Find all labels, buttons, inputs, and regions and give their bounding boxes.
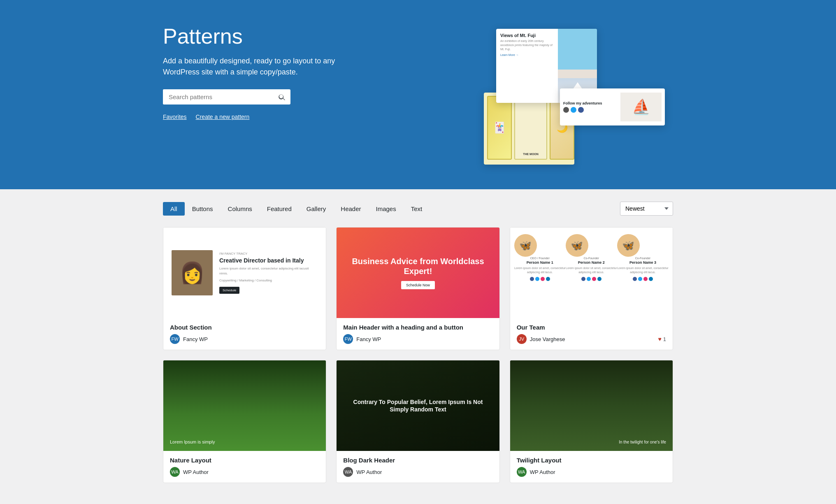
pattern-meta: WA WP Author (517, 467, 666, 477)
team-avatar-2: 🦋 (566, 234, 588, 257)
preview-blog-dark: Contrary To Popular Belief, Lorem Ipsum … (337, 360, 499, 451)
pattern-avatar: FW (343, 334, 353, 344)
pattern-avatar: WA (170, 467, 180, 477)
pattern-title: Nature Layout (170, 457, 319, 464)
page-title: Patterns (163, 25, 385, 48)
filter-tabs: All Buttons Columns Featured Gallery Hea… (163, 202, 430, 216)
social-ig (592, 277, 596, 281)
pattern-author: WP Author (183, 469, 209, 475)
pattern-author: Jose Varghese (530, 336, 565, 342)
main-content: All Buttons Columns Featured Gallery Hea… (146, 189, 690, 504)
social-ig (541, 277, 545, 281)
pattern-author: WP Author (530, 469, 555, 475)
social-tw (638, 277, 642, 281)
blog-dark-title: Contrary To Popular Belief, Lorem Ipsum … (345, 398, 491, 413)
pattern-avatar: WA (343, 467, 353, 477)
social-tw (587, 277, 591, 281)
preview-main-header: Business Advice from Worldclass Expert! … (337, 228, 499, 318)
social-li (649, 277, 653, 281)
pattern-likes: ♥ 1 (658, 336, 666, 342)
social-fb (530, 277, 534, 281)
preview-card-ship: Follow my adventures ⛵ (560, 88, 665, 125)
preview-mh-heading: Business Advice from Worldclass Expert! (345, 256, 491, 276)
pattern-author: Fancy WP (356, 336, 381, 342)
social-tw (535, 277, 539, 281)
heart-icon: ♥ (658, 336, 661, 342)
tab-columns[interactable]: Columns (221, 202, 260, 216)
social-li (546, 277, 550, 281)
tab-buttons[interactable]: Buttons (185, 202, 221, 216)
pattern-meta: JV Jose Varghese ♥ 1 (517, 334, 666, 344)
social-ig (643, 277, 648, 281)
team-avatar-1: 🦋 (514, 234, 537, 257)
likes-count: 1 (663, 336, 666, 342)
pattern-card-about-section[interactable]: 👩 I'M FANCY TRACY Creative Director base… (163, 227, 326, 350)
hero-links: Favorites Create a new pattern (163, 114, 385, 120)
pattern-card-our-team[interactable]: 🦋 CEO / Founder Person Name 1 Lorem ipsu… (510, 227, 673, 350)
tab-images[interactable]: Images (369, 202, 404, 216)
tab-header[interactable]: Header (333, 202, 368, 216)
hero-left: Patterns Add a beautifully designed, rea… (163, 25, 385, 120)
pattern-card-twilight[interactable]: In the twilight for one's life Twilight … (510, 360, 673, 483)
tab-text[interactable]: Text (404, 202, 430, 216)
preview-mh-btn: Schedule Now (401, 281, 435, 289)
twilight-text: In the twilight for one's life (619, 440, 666, 444)
pattern-title: Blog Dark Header (343, 457, 492, 464)
social-fb (581, 277, 585, 281)
hero-subtitle: Add a beautifully designed, ready to go … (163, 56, 348, 78)
pattern-info-forest: Nature Layout WA WP Author (163, 451, 326, 483)
pattern-meta: FW Fancy WP (170, 334, 319, 344)
favorites-link[interactable]: Favorites (163, 114, 187, 120)
pattern-card-forest[interactable]: Lorem Ipsum is simply Nature Layout WA W… (163, 360, 326, 483)
pattern-avatar: JV (517, 334, 527, 344)
pattern-meta: WA WP Author (170, 467, 319, 477)
forest-text: Lorem Ipsum is simply (170, 439, 215, 444)
social-li (597, 277, 601, 281)
team-avatar-3: 🦋 (617, 234, 640, 257)
team-member-2: 🦋 Co-Founder Person Name 2 Lorem ipsum d… (566, 234, 617, 281)
tab-featured[interactable]: Featured (260, 202, 299, 216)
create-pattern-link[interactable]: Create a new pattern (196, 114, 250, 120)
pattern-card-blog-dark[interactable]: Contrary To Popular Belief, Lorem Ipsum … (336, 360, 499, 483)
tab-all[interactable]: All (163, 202, 185, 216)
pattern-avatar: WA (517, 467, 527, 477)
pattern-info-main-header: Main Header with a heading and a button … (337, 318, 499, 350)
filter-bar: All Buttons Columns Featured Gallery Hea… (163, 202, 673, 216)
search-button[interactable] (273, 90, 290, 104)
team-member-3: 🦋 Co-Founder Person Name 3 Lorem ipsum d… (617, 234, 669, 281)
pattern-meta: WA WP Author (343, 467, 492, 477)
social-fb (633, 277, 637, 281)
pattern-avatar: FW (170, 334, 180, 344)
preview-about-section: 👩 I'M FANCY TRACY Creative Director base… (163, 228, 326, 318)
pattern-info-about: About Section FW Fancy WP (163, 318, 326, 350)
team-member-1: 🦋 CEO / Founder Person Name 1 Lorem ipsu… (514, 234, 566, 281)
pattern-info-blog-dark: Blog Dark Header WA WP Author (337, 451, 499, 483)
tab-gallery[interactable]: Gallery (299, 202, 334, 216)
pattern-info-twilight: Twilight Layout WA WP Author (510, 451, 673, 483)
pattern-author: Fancy WP (183, 336, 208, 342)
hero-section: Patterns Add a beautifully designed, rea… (0, 0, 836, 189)
pattern-title: Main Header with a heading and a button (343, 324, 492, 331)
sort-select[interactable]: Newest Oldest Most Popular (620, 202, 673, 216)
about-text: I'M FANCY TRACY Creative Director based … (213, 252, 318, 294)
preview-twilight: In the twilight for one's life (510, 360, 673, 451)
about-portrait: 👩 (172, 250, 213, 295)
hero-images: Views of Mt. Fuji An exhibition of early… (484, 25, 673, 165)
pattern-title: Twilight Layout (517, 457, 666, 464)
search-wrapper (163, 89, 290, 105)
search-input[interactable] (163, 89, 273, 105)
pattern-author: WP Author (356, 469, 382, 475)
pattern-info-our-team: Our Team JV Jose Varghese ♥ 1 (510, 318, 673, 350)
preview-our-team: 🦋 CEO / Founder Person Name 1 Lorem ipsu… (510, 228, 673, 318)
search-icon (278, 93, 286, 101)
pattern-meta: FW Fancy WP (343, 334, 492, 344)
pattern-title: Our Team (517, 324, 666, 331)
preview-forest: Lorem Ipsum is simply (163, 360, 326, 451)
patterns-grid: 👩 I'M FANCY TRACY Creative Director base… (163, 227, 673, 483)
pattern-card-main-header[interactable]: Business Advice from Worldclass Expert! … (336, 227, 499, 350)
pattern-title: About Section (170, 324, 319, 331)
